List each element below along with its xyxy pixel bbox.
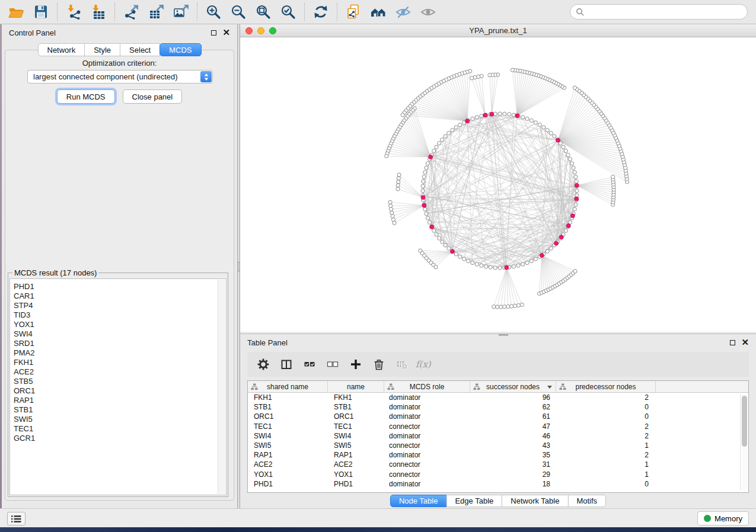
table-scrollbar[interactable] <box>740 394 748 491</box>
mcds-result-item[interactable]: STB5 <box>14 377 215 386</box>
search-input[interactable] <box>587 7 742 17</box>
application-window: Control Panel ✕ NetworkStyleSelectMCDS O… <box>0 0 756 532</box>
mcds-result-item[interactable]: YOX1 <box>14 320 215 329</box>
table-row[interactable]: SWI5SWI5connector431 <box>248 441 748 450</box>
first-neighbors-button[interactable] <box>366 2 391 22</box>
table-row[interactable]: SWI4SWI4dominator462 <box>248 431 748 441</box>
float-icon <box>211 30 216 36</box>
column-header-name[interactable]: name <box>328 381 384 392</box>
column-header-mcds-role[interactable]: MCDS role <box>384 381 470 392</box>
cell-mcds_role: dominator <box>384 432 470 440</box>
export-image-button[interactable] <box>168 2 193 22</box>
network-canvas[interactable] <box>240 37 756 332</box>
splitter-grip[interactable] <box>238 262 240 271</box>
add-column-icon <box>350 358 362 370</box>
tab-motifs[interactable]: Motifs <box>567 495 606 507</box>
show-all-button[interactable] <box>416 2 441 22</box>
task-history-button[interactable] <box>7 512 25 525</box>
open-session-button[interactable] <box>4 2 28 22</box>
import-network-button[interactable] <box>61 2 86 22</box>
mcds-result-item[interactable]: PHD1 <box>14 282 215 291</box>
mcds-result-item[interactable]: SWI4 <box>14 329 215 339</box>
column-header-successor-nodes[interactable]: successor nodes <box>470 381 556 392</box>
save-session-icon <box>33 4 49 20</box>
export-network-icon <box>123 4 139 20</box>
cell-predecessor_nodes: 0 <box>556 412 656 421</box>
tab-mcds[interactable]: MCDS <box>160 43 201 56</box>
memory-button[interactable]: Memory <box>697 511 749 525</box>
delete-column-button[interactable] <box>369 354 389 374</box>
run-mcds-button[interactable]: Run MCDS <box>57 89 115 104</box>
mcds-result-list[interactable]: PHD1CAR1STP4TID3YOX1SWI4SRD1PMA2FKH1ACE2… <box>9 278 227 495</box>
tab-network[interactable]: Network <box>37 43 85 56</box>
mcds-result-item[interactable]: RAP1 <box>14 396 215 405</box>
export-table-button[interactable] <box>143 2 168 22</box>
function-builder-icon: f(x) <box>415 358 435 370</box>
table-row[interactable]: ACE2ACE2connector311 <box>248 460 748 469</box>
deselect-all-button[interactable] <box>323 354 343 374</box>
cell-predecessor_nodes: 2 <box>556 393 656 402</box>
table-row[interactable]: PHD1PHD1dominator180 <box>248 479 748 489</box>
optimization-criterion-label: Optimization criterion: <box>5 59 234 68</box>
float-panel-button[interactable] <box>211 27 216 38</box>
mcds-result-item[interactable]: ORC1 <box>14 386 215 396</box>
import-table-button[interactable] <box>86 2 111 22</box>
column-header-predecessor-nodes[interactable]: predecessor nodes <box>556 381 656 392</box>
tab-network-table[interactable]: Network Table <box>502 495 568 507</box>
hide-selected-button[interactable] <box>391 2 416 22</box>
table-toolbar: f(x) <box>247 352 749 377</box>
tab-select[interactable]: Select <box>120 43 160 56</box>
save-session-button[interactable] <box>28 2 53 22</box>
mcds-result-item[interactable]: SWI5 <box>14 415 215 424</box>
cell-name: PHD1 <box>328 480 384 488</box>
status-bar: Memory <box>0 508 756 527</box>
mcds-result-item[interactable]: ACE2 <box>14 367 215 377</box>
cell-name: SWI5 <box>328 441 384 450</box>
add-column-button[interactable] <box>346 354 366 374</box>
columns-button[interactable] <box>276 354 296 374</box>
table-row[interactable]: STB1STB1dominator620 <box>248 402 748 412</box>
float-table-panel-button[interactable] <box>730 337 735 348</box>
table-row[interactable]: ORC1ORC1dominator610 <box>248 412 748 421</box>
tab-edge-table[interactable]: Edge Table <box>446 495 502 507</box>
table-row[interactable]: YOX1YOX1connector291 <box>248 470 748 479</box>
mcds-result-item[interactable]: TEC1 <box>14 424 215 434</box>
cell-mcds_role: connector <box>384 441 470 450</box>
cell-name: ACE2 <box>328 460 384 469</box>
cell-shared_name: SWI5 <box>248 441 328 450</box>
cell-name: ORC1 <box>328 412 384 421</box>
select-all-button[interactable] <box>299 354 320 374</box>
close-panel-button[interactable]: ✕ <box>222 27 230 38</box>
mcds-result-item[interactable]: GCR1 <box>14 434 215 443</box>
close-table-panel-button[interactable]: ✕ <box>741 337 749 348</box>
close-mcds-panel-button[interactable]: Close panel <box>123 89 183 104</box>
table-body: FKH1FKH1dominator962STB1STB1dominator620… <box>248 393 748 489</box>
mcds-result-item[interactable]: FKH1 <box>14 358 215 367</box>
table-row[interactable]: RAP1RAP1dominator352 <box>248 450 748 460</box>
tab-node-table[interactable]: Node Table <box>390 495 447 507</box>
mcds-result-item[interactable]: STP4 <box>14 301 215 310</box>
mcds-result-item[interactable]: TID3 <box>14 310 215 320</box>
zoom-in-button[interactable] <box>201 2 226 22</box>
table-scrollbar-thumb[interactable] <box>742 396 747 447</box>
table-row[interactable]: TEC1TEC1connector472 <box>248 422 748 431</box>
mcds-result-item[interactable]: PMA2 <box>14 348 215 358</box>
mcds-result-item[interactable]: CAR1 <box>14 291 215 301</box>
zoom-out-button[interactable] <box>226 2 251 22</box>
refresh-button[interactable] <box>308 2 333 22</box>
cell-shared_name: STB1 <box>248 403 328 411</box>
table-splitter-grip[interactable] <box>499 334 508 336</box>
duplicate-network-button[interactable] <box>341 2 366 22</box>
optimization-criterion-select[interactable]: largest connected component (undirected) <box>27 70 213 84</box>
tab-style[interactable]: Style <box>84 43 120 56</box>
mcds-result-item[interactable]: STB1 <box>14 405 215 415</box>
settings-icon <box>257 358 269 370</box>
settings-button[interactable] <box>253 354 273 374</box>
zoom-selected-button[interactable] <box>276 2 301 22</box>
table-row[interactable]: FKH1FKH1dominator962 <box>248 393 748 402</box>
column-header-shared-name[interactable]: shared name <box>248 381 328 392</box>
zoom-fit-button[interactable] <box>251 2 276 22</box>
export-network-button[interactable] <box>119 2 143 22</box>
mcds-result-item[interactable]: SRD1 <box>14 339 215 348</box>
mcds-list-scrollbar[interactable] <box>218 280 225 494</box>
